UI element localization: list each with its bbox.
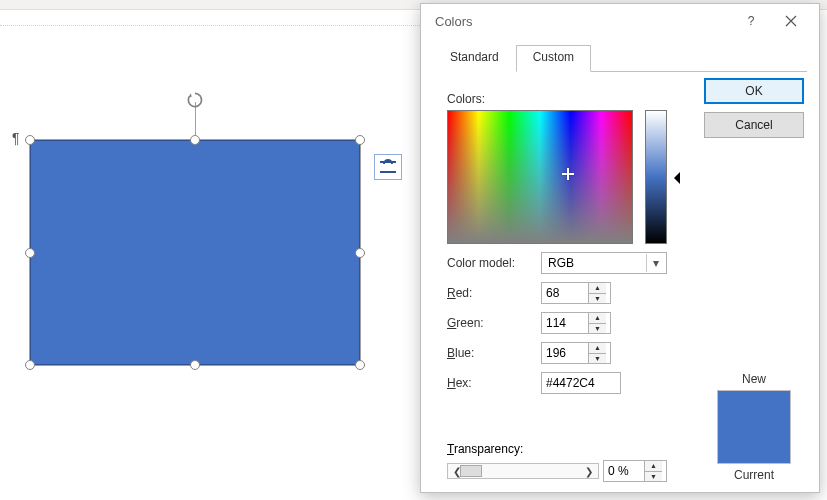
transparency-thumb[interactable] bbox=[460, 465, 482, 477]
blue-input[interactable]: ▲▼ bbox=[541, 342, 611, 364]
green-label: Green: bbox=[447, 316, 535, 330]
blue-spin-down[interactable]: ▼ bbox=[589, 354, 606, 364]
tab-custom[interactable]: Custom bbox=[516, 45, 591, 72]
layout-options-button[interactable] bbox=[374, 154, 402, 180]
red-spin-down[interactable]: ▼ bbox=[589, 294, 606, 304]
resize-handle-e[interactable] bbox=[355, 248, 365, 258]
rotate-handle[interactable] bbox=[185, 90, 205, 110]
blue-label: Blue: bbox=[447, 346, 535, 360]
color-model-value: RGB bbox=[548, 256, 574, 270]
transparency-spin-down[interactable]: ▼ bbox=[645, 472, 662, 482]
red-input[interactable]: ▲▼ bbox=[541, 282, 611, 304]
cancel-button[interactable]: Cancel bbox=[704, 112, 804, 138]
green-input[interactable]: ▲▼ bbox=[541, 312, 611, 334]
resize-handle-nw[interactable] bbox=[25, 135, 35, 145]
resize-handle-n[interactable] bbox=[190, 135, 200, 145]
red-field[interactable] bbox=[542, 283, 588, 303]
color-field-cursor bbox=[562, 168, 574, 180]
selected-shape[interactable] bbox=[30, 140, 360, 365]
tab-standard[interactable]: Standard bbox=[433, 45, 516, 72]
blue-field[interactable] bbox=[542, 343, 588, 363]
colors-dialog: Colors ? Standard Custom OK Cancel Color… bbox=[420, 3, 820, 493]
color-model-label: Color model: bbox=[447, 256, 535, 270]
luminance-arrow-icon[interactable] bbox=[668, 172, 680, 184]
current-label: Current bbox=[703, 468, 805, 482]
transparency-slider[interactable]: ❮ ❯ bbox=[447, 463, 599, 479]
color-field[interactable] bbox=[447, 110, 633, 244]
transparency-input[interactable]: ▲▼ bbox=[603, 460, 667, 482]
resize-handle-ne[interactable] bbox=[355, 135, 365, 145]
paragraph-mark: ¶ bbox=[12, 130, 20, 146]
hex-input[interactable] bbox=[541, 372, 621, 394]
red-spin-up[interactable]: ▲ bbox=[589, 283, 606, 294]
resize-handle-se[interactable] bbox=[355, 360, 365, 370]
color-model-select[interactable]: RGB ▾ bbox=[541, 252, 667, 274]
blue-spin-up[interactable]: ▲ bbox=[589, 343, 606, 354]
shape-rectangle[interactable] bbox=[30, 140, 360, 365]
slider-arrow-right-icon[interactable]: ❯ bbox=[585, 466, 593, 477]
luminance-slider[interactable] bbox=[645, 110, 667, 244]
swatch-current bbox=[718, 427, 790, 463]
ruler bbox=[0, 10, 420, 26]
transparency-label: Transparency: bbox=[447, 442, 667, 456]
ok-button[interactable]: OK bbox=[704, 78, 804, 104]
hex-label: Hex: bbox=[447, 376, 535, 390]
resize-handle-s[interactable] bbox=[190, 360, 200, 370]
new-label: New bbox=[703, 372, 805, 386]
green-field[interactable] bbox=[542, 313, 588, 333]
swatch-new bbox=[718, 391, 790, 427]
tab-strip: Standard Custom bbox=[433, 44, 807, 72]
resize-handle-w[interactable] bbox=[25, 248, 35, 258]
help-button[interactable]: ? bbox=[731, 7, 771, 35]
chevron-down-icon: ▾ bbox=[646, 254, 664, 272]
dialog-title: Colors bbox=[435, 14, 731, 29]
red-label: Red: bbox=[447, 286, 535, 300]
document-canvas[interactable]: ¶ bbox=[0, 10, 420, 500]
color-preview-swatch bbox=[717, 390, 791, 464]
transparency-spin-up[interactable]: ▲ bbox=[645, 461, 662, 472]
slider-arrow-left-icon[interactable]: ❮ bbox=[453, 466, 461, 477]
resize-handle-sw[interactable] bbox=[25, 360, 35, 370]
dialog-titlebar[interactable]: Colors ? bbox=[421, 4, 819, 38]
green-spin-down[interactable]: ▼ bbox=[589, 324, 606, 334]
transparency-field[interactable] bbox=[604, 461, 644, 481]
colors-label: Colors: bbox=[447, 92, 687, 106]
close-button[interactable] bbox=[771, 7, 811, 35]
green-spin-up[interactable]: ▲ bbox=[589, 313, 606, 324]
